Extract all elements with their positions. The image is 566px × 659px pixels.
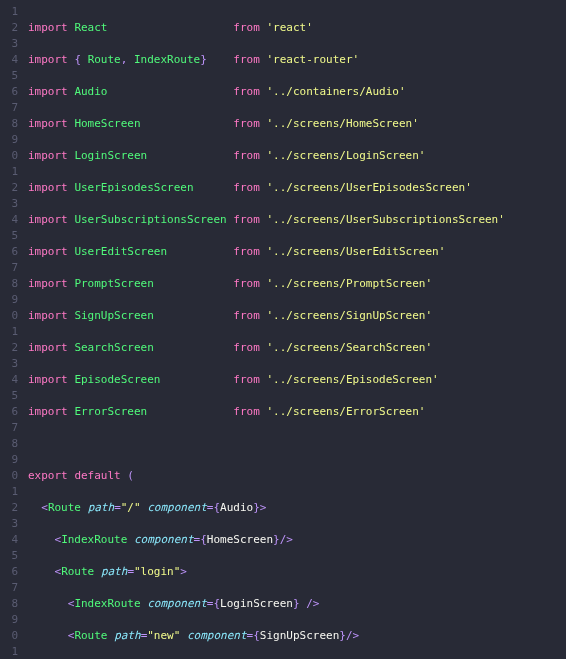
line-number: 8 xyxy=(0,436,18,452)
line-number: 1 xyxy=(0,4,18,20)
code-line: import ErrorScreen from '../screens/Erro… xyxy=(28,404,566,420)
line-number: 0 xyxy=(0,308,18,324)
line-number: 8 xyxy=(0,596,18,612)
line-number: 4 xyxy=(0,52,18,68)
code-line: import UserSubscriptionsScreen from '../… xyxy=(28,212,566,228)
code-editor: 1234567890123456789012345678901234567890… xyxy=(0,0,566,659)
code-line xyxy=(28,436,566,452)
code-line: import React from 'react' xyxy=(28,20,566,36)
line-number: 9 xyxy=(0,292,18,308)
code-line: import EpisodeScreen from '../screens/Ep… xyxy=(28,372,566,388)
line-number: 8 xyxy=(0,116,18,132)
code-line: import SignUpScreen from '../screens/Sig… xyxy=(28,308,566,324)
line-number: 6 xyxy=(0,564,18,580)
line-number: 5 xyxy=(0,228,18,244)
code-line: import Audio from '../containers/Audio' xyxy=(28,84,566,100)
line-number: 2 xyxy=(0,180,18,196)
code-line: import { Route, IndexRoute} from 'react-… xyxy=(28,52,566,68)
line-number: 9 xyxy=(0,452,18,468)
line-number: 0 xyxy=(0,468,18,484)
line-number: 9 xyxy=(0,612,18,628)
line-number: 0 xyxy=(0,628,18,644)
line-number: 3 xyxy=(0,516,18,532)
line-number: 7 xyxy=(0,420,18,436)
line-number: 5 xyxy=(0,68,18,84)
line-number: 2 xyxy=(0,340,18,356)
code-line: <IndexRoute component={LoginScreen} /> xyxy=(28,596,566,612)
line-number: 1 xyxy=(0,164,18,180)
line-number: 1 xyxy=(0,324,18,340)
code-content: import React from 'react' import { Route… xyxy=(22,0,566,659)
line-number: 0 xyxy=(0,148,18,164)
line-number: 5 xyxy=(0,388,18,404)
line-number: 3 xyxy=(0,196,18,212)
line-number: 7 xyxy=(0,580,18,596)
code-line: import UserEpisodesScreen from '../scree… xyxy=(28,180,566,196)
line-number: 2 xyxy=(0,500,18,516)
code-line: export default ( xyxy=(28,468,566,484)
line-number: 4 xyxy=(0,212,18,228)
line-number: 1 xyxy=(0,484,18,500)
line-number: 9 xyxy=(0,132,18,148)
line-number: 2 xyxy=(0,20,18,36)
code-line: <Route path="login"> xyxy=(28,564,566,580)
code-line: <Route path="/" component={Audio}> xyxy=(28,500,566,516)
line-number: 3 xyxy=(0,36,18,52)
code-line: import SearchScreen from '../screens/Sea… xyxy=(28,340,566,356)
code-line: import PromptScreen from '../screens/Pro… xyxy=(28,276,566,292)
line-number: 1 xyxy=(0,644,18,659)
code-line: import UserEditScreen from '../screens/U… xyxy=(28,244,566,260)
code-line: <Route path="new" component={SignUpScree… xyxy=(28,628,566,644)
line-number: 6 xyxy=(0,404,18,420)
line-number: 3 xyxy=(0,356,18,372)
code-line: import LoginScreen from '../screens/Logi… xyxy=(28,148,566,164)
line-number-gutter: 1234567890123456789012345678901234567890… xyxy=(0,0,22,659)
line-number: 6 xyxy=(0,244,18,260)
line-number: 8 xyxy=(0,276,18,292)
code-line: <IndexRoute component={HomeScreen}/> xyxy=(28,532,566,548)
line-number: 7 xyxy=(0,100,18,116)
line-number: 4 xyxy=(0,532,18,548)
line-number: 4 xyxy=(0,372,18,388)
code-line: import HomeScreen from '../screens/HomeS… xyxy=(28,116,566,132)
line-number: 5 xyxy=(0,548,18,564)
line-number: 6 xyxy=(0,84,18,100)
line-number: 7 xyxy=(0,260,18,276)
